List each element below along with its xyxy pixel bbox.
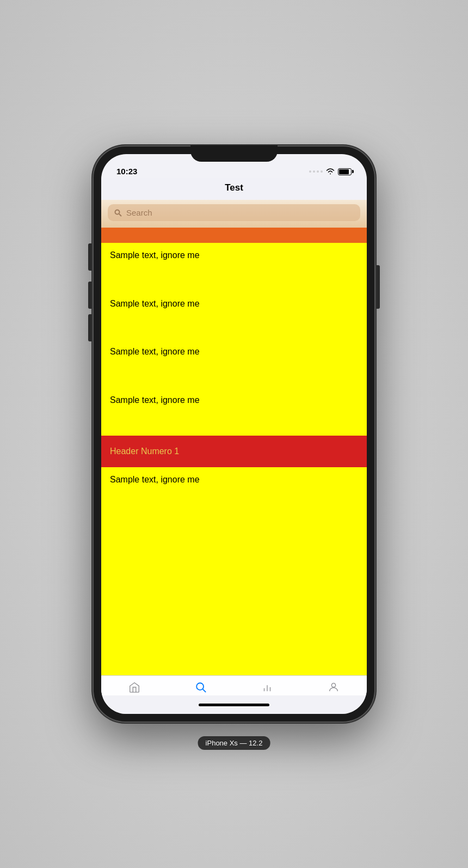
content-area: Sample text, ignore me Sample text, igno…	[101, 243, 367, 675]
search-tab-icon	[195, 681, 207, 693]
home-indicator	[101, 695, 367, 714]
search-bar-container: Search	[101, 200, 367, 228]
nav-title: Test	[110, 182, 358, 193]
yellow-section: Sample text, ignore me Sample text, igno…	[101, 243, 367, 436]
wifi-icon	[326, 167, 335, 176]
phone-screen: 10:23	[101, 154, 367, 714]
list-item: Sample text, ignore me	[101, 243, 367, 291]
person-icon	[328, 681, 340, 693]
status-time: 10:23	[116, 167, 137, 176]
tab-search[interactable]	[168, 681, 234, 693]
search-bar[interactable]: Search	[108, 204, 360, 221]
battery-icon	[338, 168, 352, 175]
section-header-text: Header Numero 1	[110, 447, 179, 456]
tab-profile[interactable]	[300, 681, 367, 693]
home-bar	[199, 704, 269, 706]
phone-container: 10:23	[93, 145, 375, 723]
nav-bar: Test	[101, 178, 367, 200]
list-item: Sample text, ignore me	[101, 388, 367, 436]
svg-point-0	[115, 210, 120, 214]
svg-point-7	[331, 683, 335, 687]
section-header: Header Numero 1	[101, 436, 367, 467]
list-item: Sample text, ignore me	[101, 291, 367, 340]
tab-bar	[101, 675, 367, 695]
search-placeholder: Search	[126, 208, 152, 217]
svg-line-3	[203, 689, 206, 693]
list-item-after-header: Sample text, ignore me	[101, 467, 367, 675]
notch	[190, 145, 278, 162]
home-icon	[128, 681, 140, 693]
svg-point-2	[196, 683, 204, 690]
phone-frame: 10:23	[93, 145, 375, 723]
tab-home[interactable]	[101, 681, 168, 693]
page-wrapper: 10:23	[0, 0, 468, 868]
tab-chart[interactable]	[234, 681, 300, 693]
chart-icon	[261, 681, 273, 693]
device-label: iPhone Xs — 12.2	[198, 736, 270, 750]
status-icons	[309, 167, 352, 176]
orange-separator-bar	[101, 228, 367, 243]
signal-icon	[309, 170, 323, 173]
search-icon	[114, 209, 122, 217]
list-item: Sample text, ignore me	[101, 339, 367, 388]
svg-line-1	[119, 214, 121, 216]
